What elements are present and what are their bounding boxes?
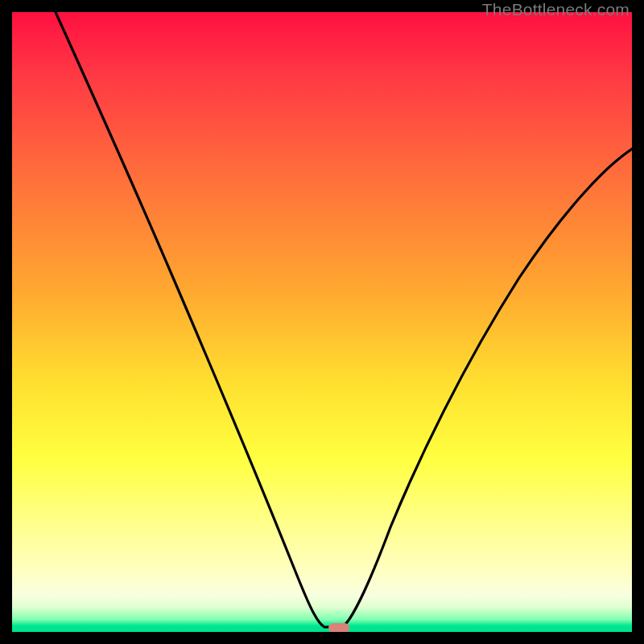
chart-frame: TheBottleneck.com — [0, 0, 644, 644]
watermark-text: TheBottleneck.com — [482, 0, 630, 19]
plot-area — [12, 12, 632, 632]
curve-path — [56, 12, 632, 627]
optimum-marker — [328, 623, 349, 632]
bottleneck-curve — [12, 12, 632, 632]
